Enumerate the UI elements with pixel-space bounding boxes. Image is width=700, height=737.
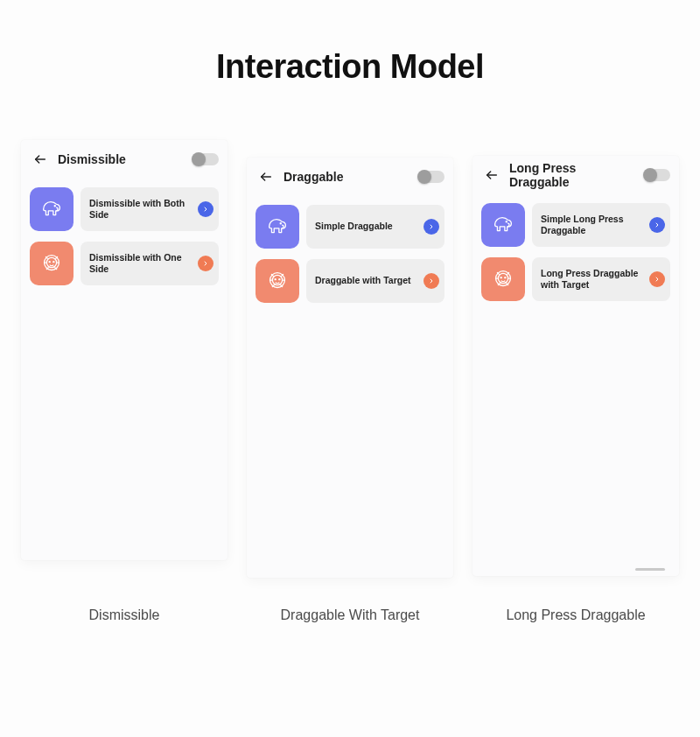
- svg-point-7: [280, 223, 281, 224]
- caption: Long Press Draggable: [472, 607, 679, 623]
- phone-long-press-draggable: Long Press Draggable Simple Long Press D…: [472, 156, 679, 576]
- item-label: Simple Long Press Draggable: [541, 214, 644, 236]
- list-item: Long Press Draggable with Target: [481, 257, 670, 301]
- item-label: Long Press Draggable with Target: [541, 268, 644, 291]
- avatar-lion: [30, 242, 74, 285]
- lion-icon: [264, 268, 290, 294]
- theme-toggle[interactable]: [192, 153, 219, 165]
- chevron-button[interactable]: [424, 273, 439, 289]
- appbar: Long Press Draggable: [472, 156, 679, 194]
- arrow-left-icon: [485, 168, 499, 182]
- captions-row: Dismissible Draggable With Target Long P…: [0, 607, 700, 623]
- svg-point-10: [275, 279, 276, 280]
- item-label: Draggable with Target: [315, 275, 418, 286]
- item-label: Dismissible with One Side: [89, 252, 192, 275]
- caption: Draggable With Target: [247, 607, 453, 623]
- back-button[interactable]: [30, 149, 51, 170]
- phone-draggable: Draggable Simple Draggable: [247, 158, 453, 578]
- phones-row: Dismissible Dismissible with Both Side: [0, 147, 700, 578]
- appbar-title: Draggable: [284, 170, 411, 184]
- arrow-left-icon: [259, 170, 273, 184]
- item-card[interactable]: Long Press Draggable with Target: [532, 257, 670, 301]
- phone-dismissible: Dismissible Dismissible with Both Side: [21, 140, 228, 560]
- arrow-left-icon: [33, 152, 47, 166]
- page-title: Interaction Model: [0, 48, 700, 86]
- chevron-button[interactable]: [649, 217, 665, 233]
- list-item: Simple Long Press Draggable: [481, 203, 670, 247]
- theme-toggle[interactable]: [418, 171, 444, 183]
- avatar-elephant: [30, 187, 74, 231]
- item-card[interactable]: Dismissible with Both Side: [80, 187, 219, 231]
- item-label: Simple Draggable: [315, 221, 418, 232]
- chevron-right-icon: [428, 223, 435, 230]
- svg-point-17: [505, 277, 506, 278]
- theme-toggle[interactable]: [644, 169, 670, 181]
- avatar-lion: [256, 259, 299, 303]
- chevron-button[interactable]: [198, 201, 214, 217]
- chevron-right-icon: [654, 221, 661, 228]
- appbar-title: Long Press Draggable: [509, 161, 637, 189]
- elephant-icon: [264, 214, 290, 240]
- caption: Dismissible: [21, 607, 228, 623]
- item-card[interactable]: Simple Draggable: [306, 205, 444, 249]
- avatar-elephant: [256, 205, 299, 249]
- svg-point-11: [279, 279, 280, 280]
- svg-point-1: [54, 206, 55, 207]
- chevron-right-icon: [428, 277, 435, 284]
- appbar: Dismissible: [21, 140, 228, 179]
- list: Dismissible with Both Side: [21, 179, 228, 285]
- back-button[interactable]: [256, 166, 276, 187]
- list-item: Dismissible with One Side: [30, 242, 219, 285]
- avatar-lion: [481, 257, 525, 301]
- lion-icon: [490, 266, 516, 292]
- list-item: Simple Draggable: [256, 205, 444, 249]
- svg-point-4: [49, 262, 50, 263]
- chevron-right-icon: [202, 260, 209, 267]
- chevron-right-icon: [654, 276, 661, 283]
- svg-point-16: [500, 277, 501, 278]
- home-indicator: [635, 568, 665, 571]
- avatar-elephant: [481, 203, 525, 247]
- chevron-button[interactable]: [198, 256, 214, 271]
- svg-point-13: [506, 221, 507, 222]
- appbar-title: Dismissible: [58, 152, 186, 166]
- chevron-button[interactable]: [424, 219, 439, 235]
- lion-icon: [38, 250, 65, 277]
- svg-point-5: [53, 262, 54, 263]
- list: Simple Draggable: [247, 196, 453, 303]
- appbar: Draggable: [247, 158, 453, 196]
- item-card[interactable]: Dismissible with One Side: [80, 242, 219, 285]
- chevron-button[interactable]: [649, 271, 665, 287]
- list-item: Dismissible with Both Side: [30, 187, 219, 231]
- back-button[interactable]: [481, 165, 502, 186]
- elephant-icon: [490, 212, 516, 238]
- chevron-right-icon: [202, 206, 209, 213]
- item-card[interactable]: Simple Long Press Draggable: [532, 203, 670, 247]
- item-label: Dismissible with Both Side: [89, 198, 192, 221]
- item-card[interactable]: Draggable with Target: [306, 259, 444, 303]
- list-item: Draggable with Target: [256, 259, 444, 303]
- elephant-icon: [38, 196, 65, 222]
- list: Simple Long Press Draggable: [472, 194, 679, 301]
